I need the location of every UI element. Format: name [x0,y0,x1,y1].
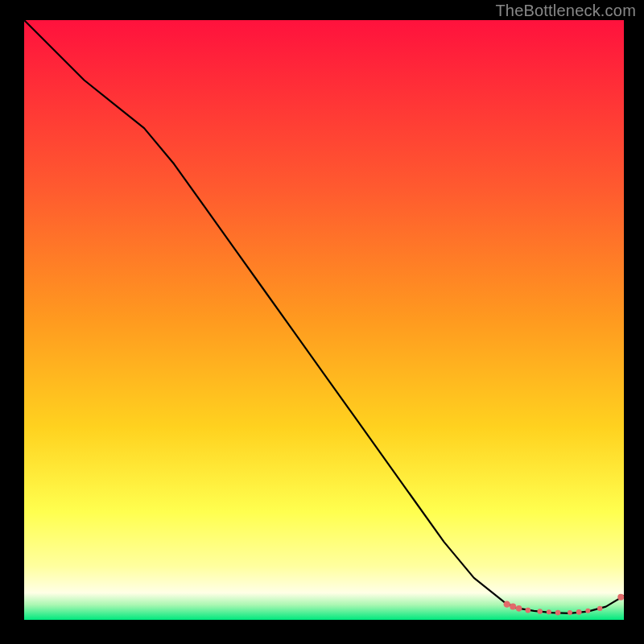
chart-svg [24,20,624,620]
data-marker [555,610,561,616]
gradient-background [24,20,624,620]
data-marker [597,606,602,611]
chart-stage: TheBottleneck.com [0,0,644,644]
data-marker [510,604,516,610]
data-marker [547,609,551,614]
data-marker [516,605,522,612]
data-marker [568,610,572,615]
watermark-label: TheBottleneck.com [495,2,636,20]
plot-area [24,20,624,620]
data-marker [576,609,582,615]
data-marker [585,609,590,613]
data-marker [504,601,510,607]
data-marker [538,609,543,613]
data-marker [617,594,624,601]
data-marker [525,608,530,613]
